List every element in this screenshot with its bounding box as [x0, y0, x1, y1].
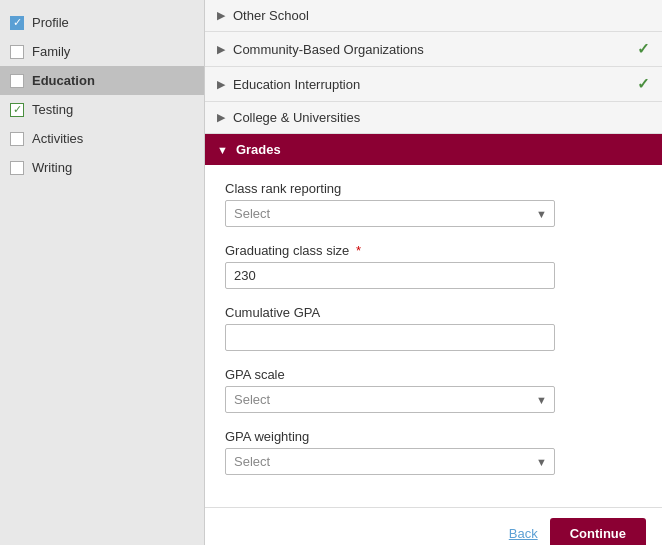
- required-asterisk: *: [356, 243, 361, 258]
- sidebar-item-activities[interactable]: Activities: [0, 124, 204, 153]
- graduating-class-label: Graduating class size *: [225, 243, 642, 258]
- gpa-scale-select-wrapper: Select ▼: [225, 386, 555, 413]
- writing-checkbox: [10, 161, 24, 175]
- back-button[interactable]: Back: [509, 526, 538, 541]
- section-community-based[interactable]: ▶ Community-Based Organizations ✓: [205, 32, 662, 67]
- sidebar-item-profile[interactable]: ✓ Profile: [0, 8, 204, 37]
- cumulative-gpa-input[interactable]: [225, 324, 555, 351]
- class-rank-select-wrapper: Select ▼: [225, 200, 555, 227]
- education-int-label: Education Interruption: [233, 77, 360, 92]
- profile-checkbox: ✓: [10, 16, 24, 30]
- sidebar-label-writing: Writing: [32, 160, 72, 175]
- sidebar: ✓ Profile Family Education ✓ Testing Act…: [0, 0, 205, 545]
- gpa-scale-select[interactable]: Select: [225, 386, 555, 413]
- section-education-interruption[interactable]: ▶ Education Interruption ✓: [205, 67, 662, 102]
- college-label: College & Universities: [233, 110, 360, 125]
- section-other-school[interactable]: ▶ Other School: [205, 0, 662, 32]
- footer: Back Continue: [205, 507, 662, 545]
- sidebar-item-testing[interactable]: ✓ Testing: [0, 95, 204, 124]
- sidebar-item-family[interactable]: Family: [0, 37, 204, 66]
- community-label: Community-Based Organizations: [233, 42, 424, 57]
- grades-header-label: Grades: [236, 142, 281, 157]
- cumulative-gpa-group: Cumulative GPA: [225, 305, 642, 351]
- grades-section-header[interactable]: ▼ Grades: [205, 134, 662, 165]
- sidebar-label-family: Family: [32, 44, 70, 59]
- gpa-scale-label: GPA scale: [225, 367, 642, 382]
- testing-checkbox: ✓: [10, 103, 24, 117]
- continue-button[interactable]: Continue: [550, 518, 646, 545]
- education-checkbox: [10, 74, 24, 88]
- class-rank-select[interactable]: Select: [225, 200, 555, 227]
- gpa-weighting-group: GPA weighting Select ▼: [225, 429, 642, 475]
- gpa-weighting-select-wrapper: Select ▼: [225, 448, 555, 475]
- family-checkbox: [10, 45, 24, 59]
- education-int-check: ✓: [637, 75, 650, 93]
- sidebar-label-activities: Activities: [32, 131, 83, 146]
- sidebar-label-testing: Testing: [32, 102, 73, 117]
- class-rank-group: Class rank reporting Select ▼: [225, 181, 642, 227]
- section-college-universities[interactable]: ▶ College & Universities: [205, 102, 662, 134]
- graduating-class-input[interactable]: [225, 262, 555, 289]
- grades-arrow-icon: ▼: [217, 144, 228, 156]
- community-arrow: ▶: [217, 43, 225, 56]
- cumulative-gpa-label: Cumulative GPA: [225, 305, 642, 320]
- main-content: ▶ Other School ▶ Community-Based Organiz…: [205, 0, 662, 545]
- other-school-arrow: ▶: [217, 9, 225, 22]
- gpa-scale-group: GPA scale Select ▼: [225, 367, 642, 413]
- other-school-label: Other School: [233, 8, 309, 23]
- sidebar-label-profile: Profile: [32, 15, 69, 30]
- education-int-arrow: ▶: [217, 78, 225, 91]
- college-arrow: ▶: [217, 111, 225, 124]
- graduating-class-group: Graduating class size *: [225, 243, 642, 289]
- community-check: ✓: [637, 40, 650, 58]
- sidebar-item-writing[interactable]: Writing: [0, 153, 204, 182]
- grades-form: Class rank reporting Select ▼ Graduating…: [205, 165, 662, 507]
- gpa-weighting-label: GPA weighting: [225, 429, 642, 444]
- class-rank-label: Class rank reporting: [225, 181, 642, 196]
- sidebar-label-education: Education: [32, 73, 95, 88]
- sidebar-item-education[interactable]: Education: [0, 66, 204, 95]
- activities-checkbox: [10, 132, 24, 146]
- gpa-weighting-select[interactable]: Select: [225, 448, 555, 475]
